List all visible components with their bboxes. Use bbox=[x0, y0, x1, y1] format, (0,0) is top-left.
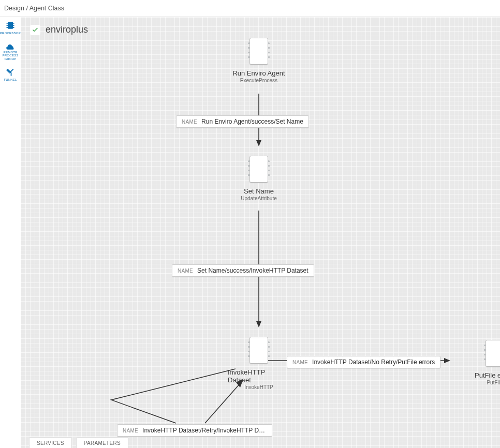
connection-label-c3[interactable]: NAME InvokeHTTP Dataset/No Retry/PutFile… bbox=[287, 356, 440, 368]
node-title: Set Name bbox=[244, 187, 274, 195]
palette-funnel-label: FUNNEL bbox=[4, 78, 17, 82]
conn-text: InvokeHTTP Dataset/No Retry/PutFile erro… bbox=[312, 359, 435, 366]
svg-marker-10 bbox=[256, 321, 261, 327]
processor-chip-icon bbox=[249, 38, 268, 65]
conn-prefix: NAME bbox=[123, 428, 138, 434]
svg-marker-8 bbox=[256, 140, 261, 146]
cloud-icon bbox=[5, 42, 16, 50]
conn-text: Set Name/success/InvokeHTTP Dataset bbox=[197, 267, 308, 274]
flow-canvas[interactable]: enviroplus Run Enviro Agent ExecuteProce… bbox=[21, 17, 500, 448]
component-palette: PROCESSOR REMOTE PROCESS GROUP FUNNEL bbox=[0, 17, 21, 448]
svg-rect-0 bbox=[8, 22, 13, 28]
node-invokehttp-dataset[interactable]: InvokeHTTP Dataset InvokeHTTP bbox=[228, 337, 290, 390]
palette-rpg-label: REMOTE PROCESS GROUP bbox=[3, 51, 19, 61]
svg-marker-13 bbox=[444, 358, 450, 363]
processor-chip-icon bbox=[249, 337, 268, 364]
breadcrumb: Design / Agent Class bbox=[0, 0, 500, 17]
svg-rect-3 bbox=[7, 27, 8, 28]
flow-title: enviroplus bbox=[46, 24, 88, 35]
svg-rect-2 bbox=[7, 25, 8, 26]
connection-label-c1[interactable]: NAME Run Enviro Agent/success/Set Name bbox=[176, 115, 309, 128]
bottom-tabs: SERVICES PARAMETERS bbox=[29, 437, 128, 448]
conn-prefix: NAME bbox=[182, 119, 197, 125]
conn-prefix: NAME bbox=[178, 268, 193, 274]
svg-rect-5 bbox=[13, 25, 14, 26]
palette-remote-process-group[interactable]: REMOTE PROCESS GROUP bbox=[3, 42, 19, 61]
node-title: Run Enviro Agent bbox=[232, 69, 285, 77]
palette-processor[interactable]: PROCESSOR bbox=[0, 20, 21, 35]
tab-services[interactable]: SERVICES bbox=[29, 437, 72, 448]
processor-chip-icon bbox=[249, 156, 268, 183]
conn-text: Run Enviro Agent/success/Set Name bbox=[201, 118, 303, 125]
funnel-icon bbox=[6, 68, 15, 77]
breadcrumb-text: Design / Agent Class bbox=[4, 5, 64, 12]
node-title: InvokeHTTP Dataset bbox=[228, 368, 290, 384]
processor-chip-icon bbox=[486, 340, 500, 367]
svg-rect-1 bbox=[7, 23, 8, 24]
status-check-icon bbox=[30, 25, 40, 35]
connection-label-c4[interactable]: NAME InvokeHTTP Dataset/Retry/InvokeHTTP… bbox=[117, 424, 272, 437]
node-run-enviro-agent[interactable]: Run Enviro Agent ExecuteProcess bbox=[228, 38, 290, 83]
node-subtitle: UpdateAttribute bbox=[241, 196, 277, 201]
processor-icon bbox=[5, 20, 16, 31]
node-subtitle: PutFile bbox=[487, 380, 500, 385]
tab-parameters[interactable]: PARAMETERS bbox=[76, 437, 128, 448]
node-subtitle: InvokeHTTP bbox=[244, 384, 273, 390]
node-title: PutFile errors bbox=[475, 371, 500, 379]
node-set-name[interactable]: Set Name UpdateAttribute bbox=[228, 156, 290, 201]
palette-processor-label: PROCESSOR bbox=[0, 32, 21, 35]
svg-rect-6 bbox=[13, 27, 14, 28]
node-subtitle: ExecuteProcess bbox=[240, 78, 277, 83]
conn-text: InvokeHTTP Dataset/Retry/InvokeHTTP Data… bbox=[142, 427, 267, 434]
node-putfile-errors[interactable]: PutFile errors PutFile bbox=[464, 340, 500, 385]
flow-title-block: enviroplus bbox=[30, 24, 88, 35]
svg-rect-4 bbox=[13, 23, 14, 24]
conn-prefix: NAME bbox=[292, 360, 308, 365]
connection-label-c2[interactable]: NAME Set Name/success/InvokeHTTP Dataset bbox=[172, 264, 314, 277]
palette-funnel[interactable]: FUNNEL bbox=[4, 68, 17, 82]
